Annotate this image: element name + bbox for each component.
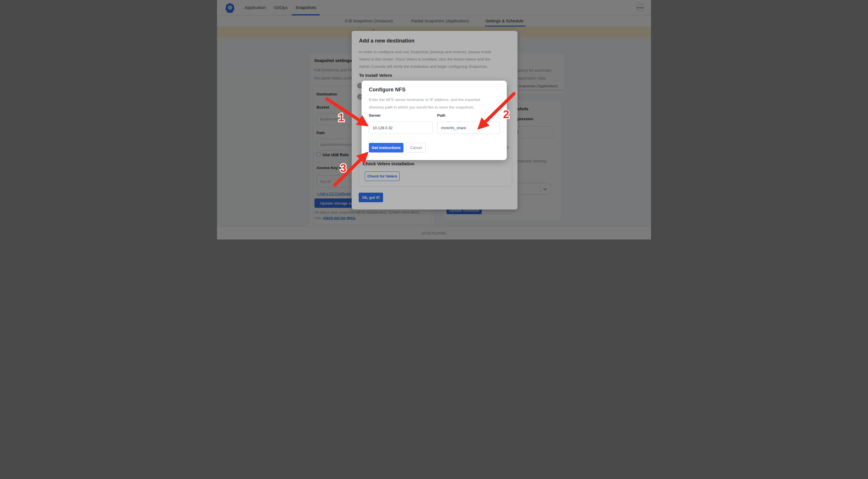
configure-nfs-desc-line1: Enter the NFS server hostname or IP addr… (369, 97, 480, 102)
configure-nfs-desc-line2: directory path in which you would like t… (369, 105, 474, 110)
configure-nfs-title: Configure NFS (369, 87, 405, 93)
nfs-path-label: Path (437, 113, 445, 118)
configure-nfs-modal: Configure NFS Enter the NFS server hostn… (362, 81, 507, 160)
admin-console-page: ☸ Application GitOps Snapshots ●●● Full … (217, 0, 651, 239)
server-label: Server (369, 113, 380, 118)
cancel-button[interactable]: Cancel (406, 143, 426, 152)
nfs-path-input[interactable] (437, 122, 500, 134)
server-input[interactable] (369, 122, 433, 134)
get-instructions-button[interactable]: Get instructions (369, 143, 403, 152)
